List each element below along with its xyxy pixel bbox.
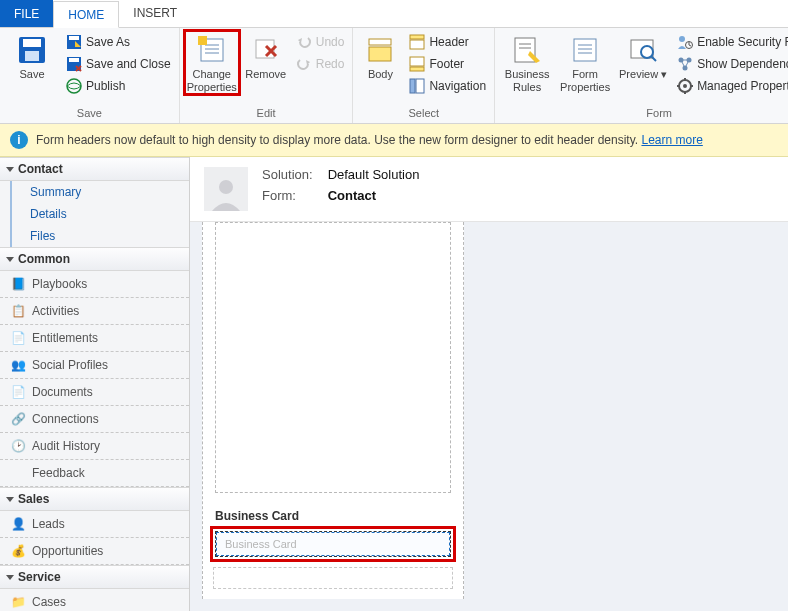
sidebar-item-details[interactable]: Details — [10, 203, 189, 225]
group-label-form: Form — [501, 105, 788, 121]
solution-label: Solution: — [262, 167, 324, 182]
preview-button[interactable]: Preview ▾ — [617, 32, 669, 81]
svg-rect-24 — [410, 79, 415, 93]
sidebar-item-entitlements[interactable]: 📄Entitlements — [0, 325, 189, 352]
sidebar-item-documents[interactable]: 📄Documents — [0, 379, 189, 406]
expand-icon — [6, 497, 14, 502]
svg-rect-14 — [198, 36, 207, 45]
tab-home[interactable]: HOME — [53, 1, 119, 28]
svg-rect-22 — [410, 57, 424, 66]
form-column[interactable]: Business Card Business Card — [202, 222, 464, 599]
activities-icon: 📋 — [10, 303, 26, 319]
remove-button[interactable]: Remove — [244, 32, 288, 81]
sidebar-item-files[interactable]: Files — [10, 225, 189, 247]
ribbon-tabs: FILE HOME INSERT — [0, 0, 788, 28]
svg-rect-20 — [410, 35, 424, 39]
expand-icon — [6, 167, 14, 172]
publish-button[interactable]: Publish — [64, 76, 173, 96]
info-text: Form headers now default to high density… — [36, 133, 703, 147]
properties-icon — [196, 34, 228, 66]
sidebar-item-connections[interactable]: 🔗Connections — [0, 406, 189, 433]
empty-field-slot[interactable] — [213, 567, 453, 589]
footer-button[interactable]: Footer — [407, 54, 488, 74]
group-label-edit: Edit — [186, 105, 347, 121]
sidebar-item-cases[interactable]: 📁Cases — [0, 589, 189, 611]
sidebar-group-common[interactable]: Common — [0, 247, 189, 271]
save-as-icon — [66, 34, 82, 50]
sidebar-group-service[interactable]: Service — [0, 565, 189, 589]
form-canvas[interactable]: Business Card Business Card — [190, 222, 788, 611]
audit-icon: 🕑 — [10, 438, 26, 454]
form-label: Form: — [262, 188, 324, 203]
svg-rect-29 — [574, 39, 596, 61]
svg-point-9 — [67, 79, 81, 93]
business-rules-icon — [511, 34, 543, 66]
empty-section[interactable] — [215, 222, 451, 493]
sidebar-item-leads[interactable]: 👤Leads — [0, 511, 189, 538]
sidebar: Contact Summary Details Files Common 📘Pl… — [0, 157, 190, 611]
footer-icon — [409, 56, 425, 72]
info-bar: i Form headers now default to high densi… — [0, 124, 788, 157]
managed-properties-button[interactable]: Managed Properties — [675, 76, 788, 96]
tab-insert[interactable]: INSERT — [119, 0, 191, 27]
sidebar-item-activities[interactable]: 📋Activities — [0, 298, 189, 325]
undo-icon — [296, 34, 312, 50]
svg-point-52 — [219, 180, 233, 194]
redo-icon — [296, 56, 312, 72]
header-button[interactable]: Header — [407, 32, 488, 52]
sidebar-item-opportunities[interactable]: 💰Opportunities — [0, 538, 189, 565]
navigation-button[interactable]: Navigation — [407, 76, 488, 96]
save-as-button[interactable]: Save As — [64, 32, 173, 52]
save-button[interactable]: Save — [6, 32, 58, 81]
header-icon — [409, 34, 425, 50]
group-label-select: Select — [359, 105, 488, 121]
expand-icon — [6, 575, 14, 580]
playbooks-icon: 📘 — [10, 276, 26, 292]
workspace: Contact Summary Details Files Common 📘Pl… — [0, 157, 788, 611]
enable-security-roles-button[interactable]: Enable Security Roles — [675, 32, 788, 52]
svg-rect-1 — [23, 39, 41, 47]
sidebar-group-contact[interactable]: Contact — [0, 157, 189, 181]
show-dependencies-button[interactable]: Show Dependencies — [675, 54, 788, 74]
form-properties-button[interactable]: Form Properties — [559, 32, 611, 93]
managed-icon — [677, 78, 693, 94]
sidebar-group-sales[interactable]: Sales — [0, 487, 189, 511]
selected-field-highlight: Business Card — [213, 529, 453, 559]
dropdown-caret-icon: ▾ — [661, 68, 667, 80]
body-button[interactable]: Body — [359, 32, 401, 81]
learn-more-link[interactable]: Learn more — [641, 133, 702, 147]
field-business-card[interactable]: Business Card — [216, 532, 450, 556]
form-value: Contact — [328, 188, 376, 203]
documents-icon: 📄 — [10, 384, 26, 400]
tab-file[interactable]: FILE — [0, 0, 53, 27]
save-and-close-button[interactable]: Save and Close — [64, 54, 173, 74]
svg-rect-18 — [369, 39, 391, 45]
feedback-icon — [10, 465, 26, 481]
entitlements-icon: 📄 — [10, 330, 26, 346]
form-properties-icon — [569, 34, 601, 66]
sidebar-item-feedback[interactable]: Feedback — [0, 460, 189, 487]
group-save: Save Save As Save and Close Publish Save — [0, 28, 180, 123]
sidebar-item-summary[interactable]: Summary — [10, 181, 189, 203]
change-properties-button[interactable]: Change Properties — [186, 32, 238, 93]
ribbon: Save Save As Save and Close Publish Save — [0, 28, 788, 124]
svg-rect-6 — [69, 58, 79, 62]
main-area: Solution: Default Solution Form: Contact… — [190, 157, 788, 611]
body-icon — [364, 34, 396, 66]
business-rules-button[interactable]: Business Rules — [501, 32, 553, 93]
solution-value: Default Solution — [328, 167, 420, 182]
svg-point-45 — [683, 84, 687, 88]
redo-button[interactable]: Redo — [294, 54, 347, 74]
cases-icon: 📁 — [10, 594, 26, 610]
sidebar-item-playbooks[interactable]: 📘Playbooks — [0, 271, 189, 298]
undo-button[interactable]: Undo — [294, 32, 347, 52]
leads-icon: 👤 — [10, 516, 26, 532]
svg-point-36 — [679, 36, 685, 42]
svg-rect-21 — [410, 40, 424, 49]
sidebar-item-social-profiles[interactable]: 👥Social Profiles — [0, 352, 189, 379]
svg-rect-2 — [25, 51, 39, 61]
social-icon: 👥 — [10, 357, 26, 373]
svg-rect-4 — [69, 36, 79, 40]
info-icon: i — [10, 131, 28, 149]
sidebar-item-audit-history[interactable]: 🕑Audit History — [0, 433, 189, 460]
